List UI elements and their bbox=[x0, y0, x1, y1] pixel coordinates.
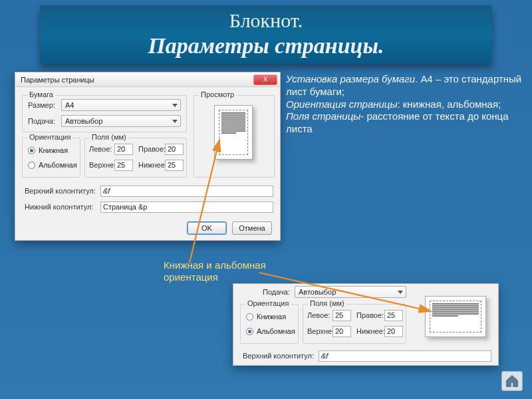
paper-group: Бумага Размер: A4 Подача: Автовыбор bbox=[22, 95, 187, 132]
home-button[interactable] bbox=[501, 371, 523, 391]
page-setup-dialog-1: Параметры страницы X Бумага Размер: A4 П… bbox=[15, 72, 281, 241]
desc-2-rest: : книжная, альбомная; bbox=[397, 98, 501, 110]
right-input-2[interactable]: 25 bbox=[384, 310, 403, 321]
orient-portrait-radio-2[interactable]: Книжная bbox=[246, 313, 286, 321]
right-label-2: Правое: bbox=[356, 311, 384, 319]
bottom-input-2[interactable]: 20 bbox=[384, 326, 403, 337]
radio-dot-icon bbox=[246, 313, 253, 321]
page-setup-dialog-2: Подача: Автовыбор Ориентация Книжная Аль… bbox=[233, 283, 499, 366]
top-input-1[interactable]: 25 bbox=[114, 160, 133, 171]
orient-landscape-label-2: Альбомная bbox=[257, 327, 295, 335]
orient-landscape-radio-1[interactable]: Альбомная bbox=[28, 161, 77, 169]
header-label-2: Верхний колонтитул: bbox=[243, 352, 314, 360]
description-text: Установка размера бумаги. А4 – это станд… bbox=[286, 73, 532, 136]
orient-landscape-radio-2[interactable]: Альбомная bbox=[246, 327, 295, 335]
preview-inner-2 bbox=[430, 301, 481, 332]
desc-1-em: Установка размера бумаги bbox=[286, 73, 415, 84]
margins-group-1: Поля (мм) Левое: 20 Правое: 20 Верхнее: … bbox=[84, 138, 187, 178]
paper-legend: Бумага bbox=[27, 90, 55, 98]
right-label-1: Правое: bbox=[138, 145, 166, 153]
cancel-button[interactable]: Отмена bbox=[232, 221, 272, 235]
header-label-1: Верхний колонтитул: bbox=[25, 187, 96, 195]
top-input-2[interactable]: 20 bbox=[332, 326, 351, 337]
banner-title-2: Параметры страницы. bbox=[40, 33, 492, 59]
feed-label: Подача: bbox=[28, 117, 55, 125]
feed-label-2: Подача: bbox=[263, 288, 290, 296]
home-icon bbox=[505, 374, 519, 388]
orient-portrait-label-2: Книжная bbox=[257, 313, 286, 321]
orient-legend-1: Ориентация bbox=[27, 133, 72, 141]
left-input-2[interactable]: 25 bbox=[332, 310, 351, 321]
size-label: Размер: bbox=[28, 101, 55, 109]
margins-legend-1: Поля (мм) bbox=[90, 133, 128, 141]
size-value: A4 bbox=[65, 101, 74, 109]
bottom-label-2: Нижнее: bbox=[356, 327, 385, 335]
radio-dot-icon bbox=[246, 328, 253, 335]
close-icon: X bbox=[263, 76, 268, 83]
close-button[interactable]: X bbox=[253, 74, 277, 85]
orientation-group-1: Ориентация Книжная Альбомная bbox=[22, 138, 80, 178]
right-input-1[interactable]: 20 bbox=[165, 144, 184, 155]
banner-title-1: Блокнот. bbox=[40, 9, 492, 33]
preview-page-landscape bbox=[425, 296, 486, 337]
left-label-1: Левое: bbox=[89, 145, 112, 153]
radio-dot-icon bbox=[28, 147, 35, 154]
footer-input-1[interactable]: Страница &p bbox=[100, 201, 273, 213]
feed-value: Автовыбор bbox=[65, 117, 102, 125]
desc-3-em: Поля страницы bbox=[286, 110, 360, 122]
bottom-input-1[interactable]: 25 bbox=[165, 160, 184, 171]
margins-group-2: Поля (мм) Левое: 25 Правое: 25 Верхнее: … bbox=[303, 304, 406, 344]
slide-title-banner: Блокнот. Параметры страницы. bbox=[40, 5, 492, 64]
desc-2-em: Ориентация страницы bbox=[286, 98, 397, 110]
bottom-label-1: Нижнее: bbox=[138, 161, 167, 169]
orientation-group-2: Ориентация Книжная Альбомная bbox=[240, 304, 299, 344]
preview-group-1: Просмотр bbox=[194, 95, 275, 178]
anno-line-2: ориентация bbox=[164, 271, 303, 283]
radio-dot-icon bbox=[28, 162, 35, 169]
orient-portrait-radio-1[interactable]: Книжная bbox=[28, 146, 68, 154]
orient-legend-2: Ориентация bbox=[245, 299, 291, 307]
feed-combo-2[interactable]: Автовыбор bbox=[295, 286, 406, 298]
header-input-1[interactable]: &f bbox=[100, 186, 273, 197]
preview-inner bbox=[219, 110, 248, 155]
ok-button[interactable]: OK bbox=[187, 221, 227, 235]
dialog-titlebar: Параметры страницы X bbox=[15, 72, 280, 87]
margins-legend-2: Поля (мм) bbox=[308, 299, 346, 307]
preview-legend-1: Просмотр bbox=[199, 90, 236, 98]
size-combo[interactable]: A4 bbox=[61, 99, 181, 111]
left-label-2: Левое: bbox=[307, 311, 330, 319]
dialog-title: Параметры страницы bbox=[21, 76, 94, 84]
footer-label-1: Нижний колонтитул: bbox=[25, 203, 94, 211]
preview-page-portrait bbox=[214, 105, 253, 160]
feed-combo[interactable]: Автовыбор bbox=[61, 115, 181, 127]
header-input-2[interactable]: &f bbox=[319, 350, 491, 362]
anno-line-1: Книжная и альбомная bbox=[164, 259, 303, 271]
orient-portrait-label: Книжная bbox=[39, 146, 68, 154]
orientation-annotation: Книжная и альбомная ориентация bbox=[164, 259, 303, 283]
orient-landscape-label: Альбомная bbox=[39, 161, 77, 169]
left-input-1[interactable]: 20 bbox=[114, 144, 133, 155]
